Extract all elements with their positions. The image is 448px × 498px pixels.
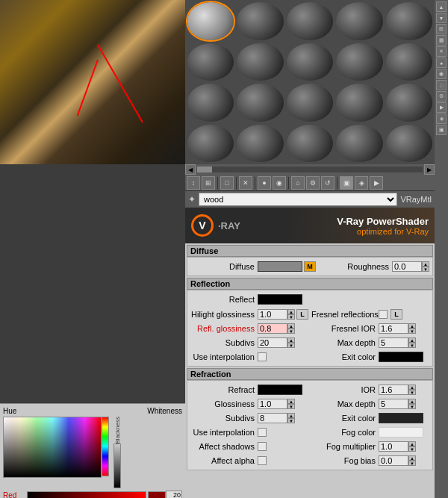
mat-ball-11[interactable] <box>237 84 283 122</box>
refr-ior-input[interactable] <box>379 385 408 395</box>
toolbar-icon-active[interactable]: ▣ <box>340 176 353 190</box>
toolbar-icon-copy[interactable]: □ <box>220 176 234 190</box>
mat-ball-17[interactable] <box>287 125 333 163</box>
scroll-right[interactable]: ▶ <box>424 164 435 175</box>
refl-gloss-input[interactable] <box>258 323 287 334</box>
refr-exit-color-swatch[interactable] <box>379 413 423 423</box>
refr-max-depth-up[interactable]: ▲ <box>408 399 416 404</box>
affect-shadows-check[interactable] <box>258 442 267 451</box>
fresnel-ior-up[interactable]: ▲ <box>408 323 416 329</box>
toolbar-icon-put[interactable]: ⚙ <box>306 176 320 190</box>
use-interp-check[interactable] <box>258 352 267 361</box>
max-depth-down[interactable]: ▼ <box>408 343 416 348</box>
max-depth-up[interactable]: ▲ <box>408 337 416 343</box>
refr-subdivs-spinner[interactable]: ▲ ▼ <box>287 413 295 423</box>
toolbar-btn-5[interactable]: ✕ <box>436 46 447 57</box>
fog-mult-spinner[interactable]: ▲ ▼ <box>408 441 416 452</box>
hilight-gloss-input[interactable] <box>258 309 287 320</box>
diffuse-m-button[interactable]: M <box>304 261 316 272</box>
fresnel-check[interactable] <box>379 310 388 319</box>
subdivs-input[interactable] <box>258 337 287 348</box>
grid-scrollbar[interactable]: ◀ ▶ <box>185 164 435 175</box>
refr-subdivs-down[interactable]: ▼ <box>287 418 295 423</box>
scroll-left[interactable]: ◀ <box>185 164 196 175</box>
toolbar-btn-3[interactable]: ⊞ <box>436 24 447 34</box>
roughness-up[interactable]: ▲ <box>422 261 429 267</box>
subdivs-spinner[interactable]: ▲ ▼ <box>287 337 295 348</box>
mat-ball-13[interactable] <box>336 84 382 122</box>
mat-ball-2[interactable] <box>287 2 333 40</box>
toolbar-btn-7[interactable]: ◉ <box>436 69 447 79</box>
toolbar-icon-move[interactable]: ↕ <box>187 176 200 190</box>
toolbar-btn-4[interactable]: ▦ <box>436 35 447 46</box>
refr-max-depth-down[interactable]: ▼ <box>408 404 416 409</box>
mat-ball-15[interactable] <box>187 125 234 163</box>
mat-ball-16[interactable] <box>237 125 283 163</box>
subdivs-down[interactable]: ▼ <box>287 343 295 348</box>
refl-gloss-down[interactable]: ▼ <box>287 329 295 334</box>
refr-subdivs-input[interactable] <box>258 413 287 423</box>
mat-ball-5[interactable] <box>187 43 234 81</box>
refr-ior-down[interactable]: ▼ <box>408 390 416 395</box>
toolbar-icon-grid[interactable]: ⊞ <box>202 176 215 190</box>
toolbar-icon-reset[interactable]: ↺ <box>321 176 335 190</box>
scroll-thumb[interactable] <box>197 166 212 172</box>
refr-gloss-input[interactable] <box>258 399 287 409</box>
red-value-input[interactable] <box>166 491 182 498</box>
fog-mult-down[interactable]: ▼ <box>408 446 416 452</box>
toolbar-icon-mat[interactable]: ◈ <box>355 176 368 190</box>
mat-ball-4[interactable] <box>386 2 432 40</box>
mat-ball-1[interactable] <box>237 2 283 40</box>
toolbar-btn-8[interactable]: □ <box>436 80 447 90</box>
toolbar-btn-10[interactable]: ▶ <box>436 102 447 113</box>
fog-bias-input[interactable] <box>379 455 408 466</box>
roughness-spinner[interactable]: ▲ ▼ <box>422 261 429 272</box>
refr-max-depth-spinner[interactable]: ▲ ▼ <box>408 399 416 409</box>
roughness-input[interactable] <box>392 261 422 272</box>
hilight-gloss-spinner[interactable]: ▲ ▼ <box>287 309 295 320</box>
mat-ball-18[interactable] <box>336 125 382 163</box>
mat-ball-0[interactable] <box>187 2 234 40</box>
toolbar-btn-11[interactable]: ◈ <box>436 113 447 124</box>
fog-mult-input[interactable] <box>379 441 408 452</box>
refr-ior-up[interactable]: ▲ <box>408 385 416 390</box>
mat-ball-6[interactable] <box>237 43 283 81</box>
refr-gloss-spinner[interactable]: ▲ ▼ <box>287 399 295 409</box>
fog-bias-down[interactable]: ▼ <box>408 461 416 466</box>
fog-bias-spinner[interactable]: ▲ ▼ <box>408 455 416 466</box>
mat-ball-9[interactable] <box>386 43 432 81</box>
hilight-l-btn[interactable]: L <box>296 309 308 320</box>
color-gradient-canvas[interactable] <box>3 417 102 478</box>
toolbar-btn-12[interactable]: ▣ <box>436 125 447 135</box>
fresnel-ior-input[interactable] <box>379 323 408 334</box>
refr-ior-spinner[interactable]: ▲ ▼ <box>408 385 416 395</box>
toolbar-icon-delete[interactable]: ✕ <box>239 176 252 190</box>
mat-ball-7[interactable] <box>287 43 333 81</box>
roughness-down[interactable]: ▼ <box>422 267 429 272</box>
mat-ball-10[interactable] <box>187 84 234 122</box>
refl-gloss-spinner[interactable]: ▲ ▼ <box>287 323 295 334</box>
affect-alpha-check[interactable] <box>258 456 267 465</box>
fog-mult-up[interactable]: ▲ <box>408 441 416 446</box>
refr-gloss-up[interactable]: ▲ <box>287 399 295 404</box>
fresnel-ior-down[interactable]: ▼ <box>408 329 416 334</box>
refr-gloss-down[interactable]: ▼ <box>287 404 295 409</box>
material-name-select[interactable]: wood <box>199 193 397 206</box>
red-slider-bar[interactable] <box>27 491 146 498</box>
mat-ball-19[interactable] <box>386 125 432 163</box>
scroll-track[interactable] <box>197 166 423 172</box>
hue-bar[interactable] <box>102 417 109 476</box>
toolbar-icon-get[interactable]: ⌂ <box>291 176 305 190</box>
fresnel-l-btn[interactable]: L <box>391 309 402 320</box>
toolbar-btn-6[interactable]: ● <box>436 57 447 68</box>
refr-subdivs-up[interactable]: ▲ <box>287 413 295 418</box>
toolbar-btn-2[interactable]: ▼ <box>436 13 447 23</box>
refr-use-interp-check[interactable] <box>258 428 267 437</box>
toolbar-icon-assign[interactable]: ◉ <box>273 176 286 190</box>
blackness-bar[interactable] <box>113 443 121 488</box>
reflect-color-swatch[interactable] <box>258 294 302 305</box>
toolbar-icon-sphere[interactable]: ● <box>258 176 271 190</box>
refract-color-swatch[interactable] <box>258 385 302 395</box>
fog-bias-up[interactable]: ▲ <box>408 455 416 461</box>
hilight-gloss-up[interactable]: ▲ <box>287 309 295 314</box>
